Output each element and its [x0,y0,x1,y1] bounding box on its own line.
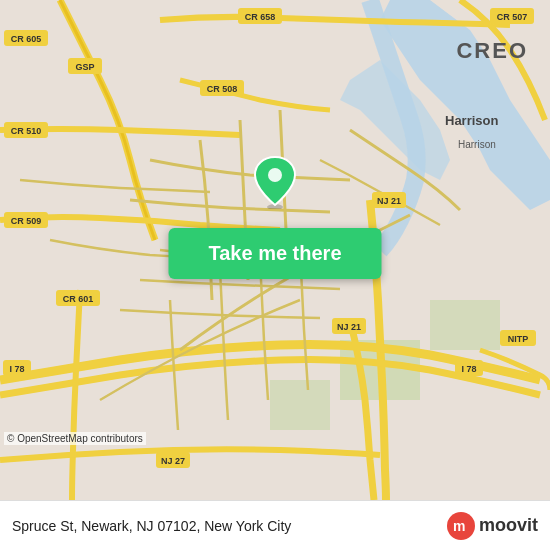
take-me-there-button[interactable]: Take me there [168,228,381,279]
osm-attribution: © OpenStreetMap contributors [4,432,146,445]
svg-text:NITP: NITP [508,334,529,344]
svg-text:Harrison: Harrison [458,139,496,150]
svg-rect-4 [270,380,330,430]
svg-text:NJ 27: NJ 27 [161,456,185,466]
svg-text:I 78: I 78 [9,364,24,374]
bottom-bar: Spruce St, Newark, NJ 07102, New York Ci… [0,500,550,550]
svg-rect-5 [430,300,500,350]
moovit-logo: m moovit [447,512,538,540]
map-pin [253,155,297,213]
svg-text:NJ 21: NJ 21 [377,196,401,206]
moovit-text: moovit [479,515,538,536]
svg-text:I 78: I 78 [461,364,476,374]
svg-text:CR 658: CR 658 [245,12,276,22]
svg-text:CR 507: CR 507 [497,12,528,22]
svg-text:CR 508: CR 508 [207,84,238,94]
svg-text:Harrison: Harrison [445,113,499,128]
map-container: CR 658 CR 507 CR 605 GSP CR 510 CR 508 C… [0,0,550,500]
svg-text:CR 509: CR 509 [11,216,42,226]
svg-text:NJ 21: NJ 21 [337,322,361,332]
moovit-icon: m [447,512,475,540]
svg-text:m: m [453,518,465,534]
svg-point-37 [268,168,282,182]
svg-text:CR 601: CR 601 [63,294,94,304]
svg-text:GSP: GSP [75,62,94,72]
location-label: Spruce St, Newark, NJ 07102, New York Ci… [12,518,291,534]
svg-text:CR 605: CR 605 [11,34,42,44]
creo-watermark: CREO [456,38,528,64]
svg-text:CR 510: CR 510 [11,126,42,136]
